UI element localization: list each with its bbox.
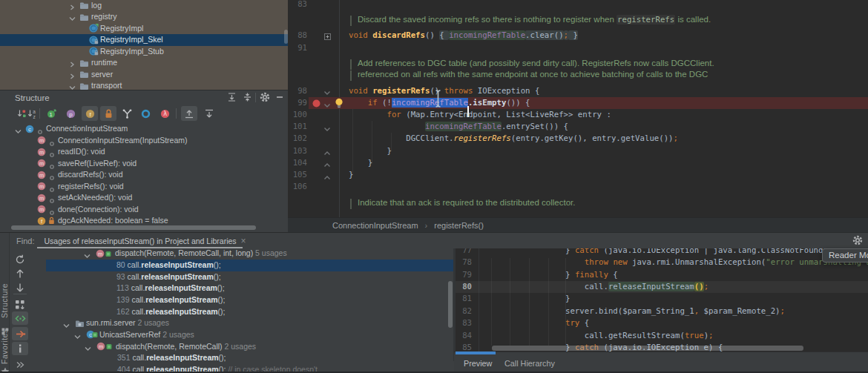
project-tree-item[interactable]: server (0, 69, 288, 81)
usage-tree-row[interactable]: mdispatch(Remote, RemoteCall) 2 usages (46, 341, 453, 353)
breakpoint-icon[interactable] (312, 99, 320, 109)
structure-tree-item[interactable]: mdone(Connection): void (0, 204, 288, 216)
doc-comment: Indicate that an ack is required to the … (358, 198, 575, 207)
usage-match: releaseInputStream (141, 260, 213, 269)
project-tree-item[interactable]: log (0, 0, 288, 11)
show-properties-icon[interactable]: p (62, 106, 79, 121)
usage-tree-row[interactable]: 80 call.releaseInputStream(); (46, 260, 453, 271)
info-icon[interactable] (12, 342, 28, 355)
fold-collapse-icon[interactable] (323, 101, 331, 110)
svg-text:m: m (39, 160, 44, 167)
project-tree-item[interactable]: RegistryImpl_Stub (0, 46, 288, 58)
rerun-icon[interactable] (12, 327, 28, 340)
structure-tree-item[interactable]: mreadID(): void (0, 146, 288, 158)
tab-call-hierarchy[interactable]: Call Hierarchy (504, 359, 555, 368)
settings-icon[interactable] (257, 90, 273, 105)
chevron-right-icon[interactable] (69, 72, 75, 81)
intention-bulb-icon[interactable] (335, 98, 343, 110)
code-token: } (565, 248, 575, 255)
sort-alphabetically-icon[interactable]: az (24, 106, 40, 121)
show-inherited-icon[interactable]: 1 (43, 106, 59, 121)
refresh-icon[interactable] (12, 253, 28, 266)
toolbar-separator (176, 108, 177, 119)
usage-preview-editor[interactable]: 77} catch (java.io.IOException | java.la… (456, 248, 868, 351)
structure-tree-item[interactable]: msetAckNeeded(): void (0, 192, 288, 204)
show-lambdas-icon[interactable]: λ (157, 106, 173, 121)
structure-hscrollbar[interactable] (11, 225, 256, 230)
folder-icon (79, 1, 89, 11)
show-fields-icon[interactable]: f (82, 106, 98, 121)
stripe-button-structure[interactable]: Structure (0, 274, 10, 327)
structure-tree-item[interactable]: mregisterRefs(): void (0, 181, 288, 193)
usage-tree-row[interactable]: 113 call.releaseInputStream(); (46, 283, 453, 294)
project-vscrollbar[interactable] (284, 30, 288, 44)
project-tree-item[interactable]: runtime (0, 57, 288, 69)
usage-tree-row[interactable]: 139 call.releaseInputStream(); (46, 294, 453, 306)
find-tab-close-icon[interactable]: × (241, 236, 246, 246)
fold-collapse-icon[interactable] (323, 125, 331, 133)
toolbar-separator (13, 294, 27, 294)
project-tree-item[interactable]: transport (0, 80, 288, 90)
line-number: 102 (288, 133, 307, 145)
code-token: (entry.getKey(), entry.getValue()) (511, 133, 674, 143)
chevron-down-icon[interactable] (69, 14, 76, 23)
structure-tree-item[interactable]: mdiscardRefs(): void (0, 169, 288, 181)
doc-comment-line (350, 16, 352, 26)
fold-collapse-icon[interactable] (323, 88, 331, 97)
preview-line-number: 82 (456, 306, 472, 317)
structure-tree-item[interactable]: mConnectionInputStream(InputStream) (0, 135, 288, 147)
hide-icon[interactable] (272, 90, 288, 105)
autoscroll-from-source-icon[interactable] (201, 106, 217, 121)
code-token (349, 98, 368, 108)
arrow-up-icon[interactable] (12, 267, 28, 280)
chevron-right-icon[interactable] (69, 60, 75, 69)
more-icon[interactable] (12, 358, 28, 372)
tab-preview[interactable]: Preview (464, 359, 492, 368)
usages-vscrollbar[interactable] (448, 281, 453, 328)
show-non-public-icon[interactable] (100, 106, 116, 121)
stripe-button-favorites[interactable]: Favorites (0, 339, 10, 364)
breadcrumb-class[interactable]: ConnectionInputStream (332, 221, 418, 230)
usage-tree-row[interactable]: 351 call.releaseInputStream(); (46, 352, 453, 364)
indent-guide (491, 258, 492, 346)
code-line: incomingRefTable.entrySet()) { (349, 121, 568, 133)
group-by-icon[interactable] (12, 298, 28, 311)
fold-end-icon[interactable] (323, 148, 331, 157)
find-tool-window: Find: Usages of releaseInputStream() in … (0, 232, 868, 373)
structure-tree-item[interactable]: cConnectionInputStream (0, 123, 288, 135)
open-results-icon[interactable] (12, 311, 28, 325)
project-tree-item[interactable]: RegistryImpl (0, 23, 288, 35)
fold-end-icon[interactable] (323, 160, 331, 169)
autoscroll-to-source-icon[interactable] (181, 106, 197, 121)
code-token: registerRefs (454, 133, 511, 143)
show-anonymous-icon[interactable] (119, 106, 135, 121)
visibility-sort-icon[interactable] (138, 106, 154, 121)
usage-tree-row[interactable]: 162 call.releaseInputStream(); (46, 306, 453, 318)
expand-all-icon[interactable] (223, 90, 240, 105)
project-tree-item-label: runtime (91, 58, 117, 67)
arrow-down-icon[interactable] (12, 281, 28, 294)
find-tab-title[interactable]: Usages of releaseInputStream() in Projec… (44, 237, 236, 245)
usage-group-label: dispatch(Remote, RemoteCall) 2 usages (116, 342, 256, 351)
project-tree-item[interactable]: registry (0, 11, 288, 23)
preview-hscrollbar[interactable] (492, 346, 803, 351)
find-settings-gear-icon[interactable] (852, 235, 863, 245)
usage-code: call. (131, 307, 145, 316)
svg-text:z: z (33, 113, 35, 119)
structure-tree-item[interactable]: msaveRef(LiveRef): void (0, 158, 288, 170)
collapse-all-icon[interactable] (239, 90, 255, 105)
chevron-down-icon[interactable] (69, 83, 76, 90)
chevron-right-icon[interactable] (69, 3, 75, 12)
fold-end-icon[interactable] (323, 173, 331, 182)
breadcrumb-method[interactable]: registerRefs() (434, 221, 484, 230)
project-tree-item[interactable]: RegistryImpl_Skel (0, 34, 288, 46)
code-editor[interactable]: 83Discard the saved incoming refs so the… (288, 0, 868, 217)
fold-expand-icon[interactable] (324, 33, 331, 42)
usage-tree-row[interactable]: sun.rmi.server 2 usages (46, 317, 453, 329)
usage-tree-row[interactable]: cUnicastServerRef 2 usages (46, 329, 453, 341)
usage-tree-row[interactable]: mdispatch(Remote, RemoteCall, int, long)… (46, 248, 453, 260)
code-line: void registerRefs() throws IOException { (349, 85, 539, 97)
code-token: .clear() (525, 30, 563, 40)
usage-tree-row[interactable]: 93 call.releaseInputStream(); (46, 271, 453, 283)
svg-text:m: m (39, 148, 44, 155)
